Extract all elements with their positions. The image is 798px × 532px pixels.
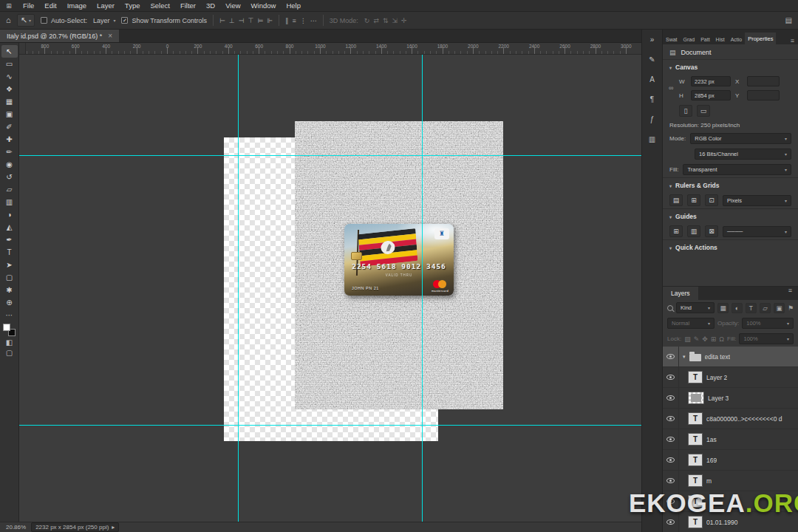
color-swatches[interactable] [3,324,16,336]
clone-stamp-tool[interactable]: ◉ [1,158,18,171]
rectangle-tool[interactable]: ▢ [1,271,18,284]
layer-name[interactable]: Layer 3 [708,395,729,402]
lasso-tool[interactable]: ∿ [1,70,18,83]
document-info-field[interactable]: 2232 px x 2854 px (250 ppi) ▸ [31,522,119,532]
more-options-icon[interactable]: ⋯ [310,17,317,24]
menu-item[interactable]: Help [281,0,306,11]
menu-item[interactable]: Select [145,0,174,11]
canvas-height-field[interactable]: 2854 px [691,90,731,100]
current-tool-button[interactable]: ↖ ▾ [17,14,35,27]
gradient-tool[interactable]: ▥ [1,196,18,208]
new-guide-icon[interactable]: ⊞ [669,225,683,237]
menu-item[interactable]: Window [246,0,282,11]
canvas-width-field[interactable]: 2232 px [691,76,731,86]
object-selection-tool[interactable]: ❖ [1,83,18,95]
filter-shape-layers-icon[interactable]: ▱ [760,303,771,313]
layer-name[interactable]: 01.01.1990 [706,519,738,526]
document-tab[interactable]: Italy id.psd @ 20.7% (RGB/16) * × [0,30,120,42]
tab-actions[interactable]: Actio [728,34,746,44]
quick-mask-icon[interactable]: ◧ [6,338,13,347]
horizontal-guide[interactable] [19,155,641,156]
align-bottom-icon[interactable]: ⊩ [267,17,273,24]
section-rulers-grids[interactable]: ▾ Rulers & Grids [663,177,798,192]
canvas[interactable]: ♜ 2254 5618 9012 3456 VALID THRU JOHN PN… [19,55,641,522]
collapse-panels-icon[interactable]: » [646,33,659,45]
filter-adjustment-layers-icon[interactable]: ◐ [732,303,743,313]
group-expander-icon[interactable]: ▾ [683,354,686,360]
move-tool[interactable]: ↖ [1,45,18,58]
rectangular-marquee-tool[interactable]: ▭ [1,58,18,70]
distribute-vertical-icon[interactable]: ≡ [293,17,296,24]
type-tool[interactable]: T [1,246,18,259]
tab-patterns[interactable]: Patt [698,34,712,44]
filter-type-layers-icon[interactable]: T [746,303,757,313]
horizontal-guide[interactable] [19,425,641,426]
lock-pixels-icon[interactable]: ✎ [694,335,700,343]
layer-row[interactable]: ▾ T 1as [663,429,798,450]
screen-mode-icon[interactable]: ▢ [6,349,13,357]
ruler-units-dropdown[interactable]: Pixels ▾ [723,195,791,206]
lock-position-icon[interactable]: ✥ [702,335,708,343]
orientation-landscape-button[interactable]: ▭ [697,105,710,117]
glyphs-panel-icon[interactable]: ƒ [646,113,659,125]
canvas-fill-dropdown[interactable]: Transparent ▾ [683,164,791,175]
align-center-vertical-icon[interactable]: ⊨ [257,17,263,24]
layer-visibility-toggle[interactable] [663,347,679,366]
home-icon[interactable]: ⌂ [6,16,11,24]
filter-smart-objects-icon[interactable]: ▣ [774,303,785,313]
lock-all-icon[interactable]: Ω [719,335,724,343]
ruler-icon[interactable]: ▤ [669,194,683,206]
section-canvas[interactable]: ▾ Canvas [663,59,798,74]
layer-filter-toggle-icon[interactable]: ⚑ [788,304,794,312]
menu-item[interactable]: Type [120,0,146,11]
brush-settings-icon[interactable]: ✎ [646,53,659,65]
color-mode-dropdown[interactable]: RGB Color ▾ [690,133,791,144]
brush-tool[interactable]: ✏ [1,146,18,158]
layer-name[interactable]: 1as [706,436,717,443]
panel-menu-icon[interactable]: ≡ [788,37,797,44]
lock-transparency-icon[interactable]: ▨ [684,335,691,343]
tab-history[interactable]: Hist [713,34,728,44]
pen-tool[interactable]: ✒ [1,233,18,246]
crop-tool[interactable]: ▦ [1,95,18,108]
layer-row[interactable]: ▾ T 169 [663,450,798,471]
align-right-icon[interactable]: ⊣ [239,17,245,24]
show-transform-checkbox[interactable]: ✓ [121,17,128,24]
foreground-color-swatch[interactable] [3,324,10,331]
filter-pixel-layers-icon[interactable]: ▦ [717,303,729,313]
menu-item[interactable]: Layer [92,0,120,11]
align-left-icon[interactable]: ⊢ [219,17,225,24]
hand-tool[interactable]: ✱ [1,284,18,296]
healing-brush-tool[interactable]: ✚ [1,133,18,146]
layer-row[interactable]: ▾ T c8a000000..>c<<<<<<<0 d [663,409,798,429]
layer-name[interactable]: m [706,477,712,485]
menu-item[interactable]: Filter [175,0,201,11]
lock-artboard-icon[interactable]: ⊞ [711,335,717,343]
vertical-guide[interactable] [238,55,239,522]
path-selection-tool[interactable]: ➤ [1,259,18,271]
layer-name[interactable]: edita text [705,353,731,361]
fill-field[interactable]: 100% ▾ [739,333,794,344]
history-brush-tool[interactable]: ↺ [1,171,18,183]
layer-visibility-toggle[interactable] [663,450,679,470]
zoom-tool[interactable]: ⊕ [1,296,18,309]
layer-visibility-toggle[interactable] [663,409,679,429]
bit-depth-dropdown[interactable]: 16 Bits/Channel ▾ [695,149,791,160]
layer-name[interactable]: c8a000000..>c<<<<<<<0 d [706,415,782,423]
blend-mode-dropdown[interactable]: Normal ▾ [667,318,715,329]
guide-layout-icon[interactable]: ▥ [687,225,700,237]
layer-visibility-toggle[interactable] [663,471,679,491]
tab-swatches[interactable]: Swat [663,34,681,44]
layer-row[interactable]: ▾ T Layer 2 [663,367,798,388]
frame-tool[interactable]: ▣ [1,108,18,120]
layer-filter-kind-dropdown[interactable]: Kind ▾ [676,302,715,313]
tab-layers[interactable]: Layers [663,287,698,300]
distribute-horizontal-icon[interactable]: ∥ [285,17,289,24]
distribute-spacing-icon[interactable]: ⋮ [300,17,307,24]
menu-item[interactable]: View [220,0,245,11]
character-panel-icon[interactable]: A [646,73,659,85]
menu-item[interactable]: 3D [201,0,220,11]
snap-icon[interactable]: ⊡ [705,194,718,206]
menu-item[interactable]: Image [62,0,92,11]
tab-properties[interactable]: Properties [745,33,776,44]
